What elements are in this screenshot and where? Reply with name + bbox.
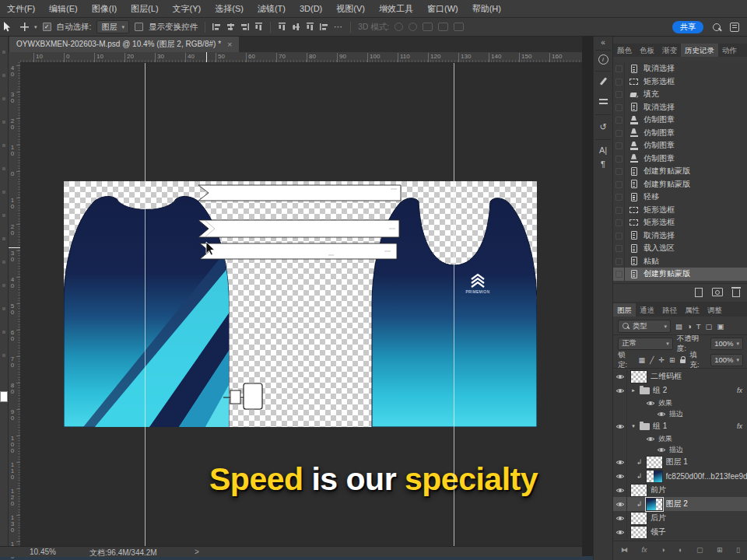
move-tool-icon[interactable] [20,23,29,31]
visibility-toggle[interactable] [613,455,627,469]
history-step[interactable]: 创建剪贴蒙版 [613,165,747,178]
panel-tab[interactable]: 动作 [718,44,741,57]
filter-type-layers-icon[interactable]: T [696,322,701,331]
status-chevron[interactable]: > [195,548,199,556]
eye-icon[interactable] [646,436,655,443]
share-button[interactable]: 共享 [672,21,703,33]
history-source-gutter[interactable] [613,88,625,101]
filter-smart-objects-icon[interactable]: ▣ [717,322,724,331]
layer-name[interactable]: 效果 [658,434,672,444]
visibility-toggle[interactable] [613,419,627,433]
link-layers-icon[interactable]: ⧓ [621,546,628,554]
layer-mask-icon[interactable]: ◑ [661,546,665,554]
history-step[interactable]: 矩形选框 [613,216,747,229]
history-source-gutter[interactable] [613,114,625,127]
group-expand-icon[interactable]: ▸ [630,387,637,394]
menu-item[interactable]: 帮助(H) [465,0,508,17]
group-expand-icon[interactable]: ▾ [630,423,637,429]
layer-name[interactable]: 效果 [658,398,672,408]
panel-tab[interactable]: 颜色 [613,44,636,57]
vertical-guide[interactable] [454,62,454,546]
history-source-gutter[interactable] [613,255,625,268]
lock-position-icon[interactable]: ✛ [659,356,665,364]
layer-row[interactable]: ↳ fc8250d00f...b213fee9d [613,469,747,483]
eye-icon[interactable] [657,411,666,418]
layer-thumbnail[interactable] [646,470,663,483]
distribute-bottom-icon[interactable] [307,23,314,31]
foreground-color-swatch[interactable] [0,391,8,402]
new-group-icon[interactable]: ▢ [696,546,703,554]
menu-item[interactable]: 3D(D) [293,0,329,17]
menu-item[interactable]: 窗口(W) [420,0,465,17]
layer-row[interactable]: ↳ 描边 [613,444,747,455]
distribute-vertical-icon[interactable] [279,23,286,31]
document-tab[interactable]: OYWXBXMEN-202603-M.psd @ 10.4% (图层 2, RG… [9,37,239,52]
workspace-switcher-icon[interactable] [730,23,739,32]
new-snapshot-icon[interactable] [712,288,723,296]
history-step[interactable]: 粘贴 [613,255,747,268]
menu-item[interactable]: 图层(L) [124,0,165,17]
layer-thumbnail[interactable] [630,370,647,383]
layer-style-icon[interactable]: fx [642,546,647,554]
history-step[interactable]: 仿制图章 [613,127,747,140]
layer-name[interactable]: 描边 [669,445,683,455]
menu-item[interactable]: 图像(I) [85,0,124,17]
layer-row[interactable]: ▾ ↳ 组 1 [613,419,747,433]
layer-row[interactable]: ↳ 图层 1 [613,455,747,469]
layer-fx-badge[interactable] [737,387,747,394]
opacity-input[interactable]: 100% ▾ [710,338,743,350]
layer-name[interactable]: 图层 2 [666,499,688,509]
visibility-toggle[interactable] [613,383,627,397]
history-source-gutter[interactable] [613,178,625,191]
expand-panels-icon[interactable]: « [594,38,612,47]
delete-state-icon[interactable] [732,289,740,297]
character-panel-icon[interactable]: A| [594,145,612,155]
history-step[interactable]: 取消选择 [613,62,747,75]
history-step[interactable]: 创建剪贴蒙版 [613,178,747,191]
brush-settings-panel-icon[interactable] [594,77,612,87]
tool-presets-panel-icon[interactable] [594,97,612,107]
new-document-from-state-icon[interactable] [695,288,703,297]
align-left-icon[interactable] [212,23,221,30]
lock-artboard-icon[interactable]: ⊞ [669,356,675,364]
filter-shape-layers-icon[interactable]: ▢ [706,322,713,331]
filter-pixel-layers-icon[interactable]: ▤ [675,322,682,331]
layer-row[interactable]: ↳ 领子 [613,525,747,539]
panel-tab[interactable]: 渐变 [658,44,681,57]
lock-image-pixels-icon[interactable]: ╱ [650,356,654,364]
blend-mode-select[interactable]: 正常 ▾ [618,338,673,350]
layer-row[interactable]: ↳ 效果 [613,433,747,444]
layer-name[interactable]: fc8250d00f...b213fee9d [666,472,747,481]
menu-item[interactable]: 文件(F) [0,0,42,17]
new-layer-icon[interactable]: ⊞ [717,546,723,554]
auto-select-checkbox[interactable]: ✓ [43,23,51,31]
collar-strips[interactable] [198,185,401,259]
layer-fx-badge[interactable] [737,422,747,430]
layer-row[interactable]: ↳ 后片 [613,511,747,525]
history-step[interactable]: 轻移 [613,191,747,204]
show-transform-checkbox[interactable] [135,23,143,31]
layer-row[interactable]: ↳ 图层 2 [613,497,747,511]
visibility-toggle[interactable] [613,433,627,444]
history-source-gutter[interactable] [613,165,625,178]
adjustment-layer-icon[interactable]: ◐ [679,546,682,554]
history-source-gutter[interactable] [613,62,625,75]
panel-tab[interactable]: 通道 [636,303,658,317]
layer-name[interactable]: 领子 [651,527,666,537]
visibility-toggle[interactable] [613,511,627,525]
eye-icon[interactable] [646,400,655,407]
menu-item[interactable]: 编辑(E) [42,0,85,17]
align-center-icon[interactable] [226,23,235,30]
tool-caret-icon[interactable]: ▾ [34,24,37,30]
paragraph-panel-icon[interactable]: ¶ [594,159,612,169]
history-step[interactable]: 仿制图章 [613,152,747,166]
history-step[interactable]: 仿制图章 [613,114,747,127]
search-icon[interactable] [713,23,721,31]
history-source-gutter[interactable] [613,191,625,204]
panel-tab[interactable]: 历史记录 [681,44,718,57]
history-source-gutter[interactable] [613,152,625,166]
history-step[interactable]: 取消选择 [613,101,747,114]
history-source-gutter[interactable] [613,127,625,140]
visibility-toggle[interactable] [613,497,627,511]
layer-thumbnail[interactable] [630,526,647,539]
